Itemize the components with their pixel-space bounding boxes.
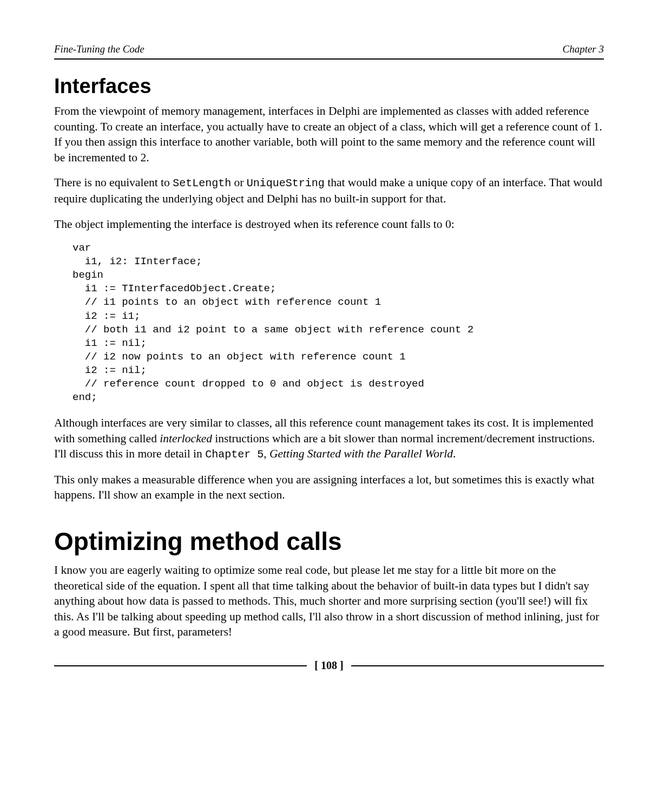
paragraph: Although interfaces are very similar to …	[54, 415, 604, 462]
paragraph: There is no equivalent to SetLength or U…	[54, 175, 604, 206]
paragraph: From the viewpoint of memory management,…	[54, 103, 604, 165]
page-number: [ 108 ]	[314, 659, 343, 672]
inline-code: Chapter 5	[205, 448, 264, 461]
running-header-left: Fine-Tuning the Code	[54, 43, 144, 55]
paragraph: I know you are eagerly waiting to optimi…	[54, 562, 604, 640]
text: or	[231, 176, 247, 189]
footer-rule-right	[351, 665, 604, 666]
page: Fine-Tuning the Code Chapter 3 Interface…	[0, 0, 658, 812]
emphasis: Getting Started with the Parallel World	[269, 447, 453, 460]
running-header-right: Chapter 3	[562, 43, 604, 55]
heading-interfaces: Interfaces	[54, 75, 604, 98]
code-block: var i1, i2: IInterface; begin i1 := TInt…	[73, 241, 604, 404]
inline-code: UniqueString	[247, 177, 325, 189]
heading-optimizing: Optimizing method calls	[54, 527, 604, 556]
paragraph: The object implementing the interface is…	[54, 217, 604, 232]
running-header: Fine-Tuning the Code Chapter 3	[54, 43, 604, 60]
text: .	[453, 447, 456, 460]
emphasis: interlocked	[160, 432, 212, 445]
footer-rule-left	[54, 665, 307, 666]
text: There is no equivalent to	[54, 176, 173, 189]
inline-code: SetLength	[173, 177, 231, 189]
text: ,	[264, 447, 269, 460]
page-footer: [ 108 ]	[54, 659, 604, 672]
paragraph: This only makes a measurable difference …	[54, 472, 604, 503]
